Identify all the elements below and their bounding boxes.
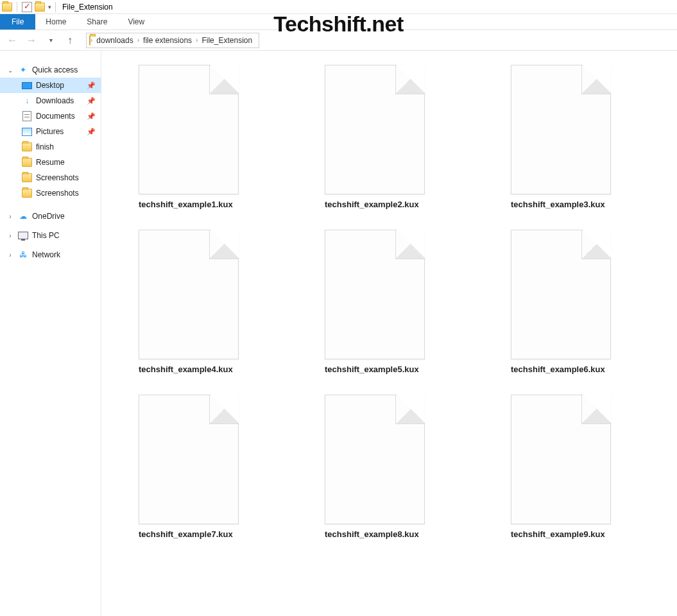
file-thumbnail: [139, 65, 239, 194]
address-bar[interactable]: › downloads › file extensions › File_Ext…: [86, 33, 259, 48]
file-item[interactable]: techshift_example3.kux: [511, 65, 639, 209]
folder-icon: [22, 173, 32, 183]
tab-view[interactable]: View: [117, 14, 155, 30]
file-name: techshift_example5.kux: [325, 364, 419, 374]
file-name: techshift_example4.kux: [139, 364, 233, 374]
navigation-pane: ✦ Quick access Desktop 📌 ↓ Downloads 📌 D…: [0, 51, 101, 616]
titlebar: ▾ File_Extension: [0, 0, 677, 14]
file-item[interactable]: techshift_example1.kux: [139, 65, 267, 209]
file-thumbnail: [325, 230, 425, 359]
file-thumbnail: [511, 230, 611, 359]
file-item[interactable]: techshift_example6.kux: [511, 230, 639, 374]
file-item[interactable]: techshift_example2.kux: [325, 65, 453, 209]
window-title: File_Extension: [62, 3, 113, 12]
network-icon: 🖧: [18, 250, 28, 260]
content-area[interactable]: techshift_example1.kuxtechshift_example2…: [101, 51, 677, 616]
tree-item-folder[interactable]: Resume: [0, 155, 101, 170]
pin-icon: 📌: [87, 112, 96, 121]
breadcrumb-item[interactable]: file extensions: [139, 36, 196, 45]
pin-icon: 📌: [87, 97, 96, 105]
tree-label: Desktop: [36, 81, 64, 90]
tree-network[interactable]: 🖧 Network: [0, 247, 101, 262]
tab-share[interactable]: Share: [76, 14, 117, 30]
tree-label: Screenshots: [36, 189, 79, 198]
document-icon: [22, 111, 31, 121]
tree-label: Quick access: [32, 65, 78, 74]
pin-icon: 📌: [87, 81, 96, 90]
back-button[interactable]: ←: [5, 33, 19, 47]
tree-label: This PC: [32, 231, 60, 240]
tree-label: Pictures: [36, 127, 64, 136]
folder-icon: [22, 142, 32, 152]
file-thumbnail: [511, 65, 611, 194]
tree-label: Downloads: [36, 96, 74, 105]
tree-label: Resume: [36, 158, 65, 167]
quick-access-toolbar: ▾: [1, 1, 58, 13]
folder-icon[interactable]: [34, 1, 46, 13]
file-name: techshift_example1.kux: [139, 200, 233, 209]
ribbon: File Home Share View Techshift.net: [0, 14, 677, 30]
file-item[interactable]: techshift_example7.kux: [139, 395, 267, 539]
download-icon: ↓: [22, 96, 32, 106]
tree-this-pc[interactable]: This PC: [0, 228, 101, 243]
up-button[interactable]: ↑: [63, 33, 77, 47]
tree-item-desktop[interactable]: Desktop 📌: [0, 78, 101, 93]
tree-item-pictures[interactable]: Pictures 📌: [0, 124, 101, 139]
file-name: techshift_example7.kux: [139, 529, 233, 539]
tree-item-downloads[interactable]: ↓ Downloads 📌: [0, 93, 101, 108]
breadcrumb-item[interactable]: downloads: [92, 36, 137, 45]
tree-label: Screenshots: [36, 173, 79, 182]
folder-icon: [22, 157, 32, 167]
file-thumbnail: [139, 395, 239, 524]
chevron-right-icon[interactable]: [6, 213, 14, 220]
separator: [55, 2, 56, 12]
desktop-icon: [22, 82, 32, 89]
file-item[interactable]: techshift_example9.kux: [511, 395, 639, 539]
file-name: techshift_example2.kux: [325, 200, 419, 209]
separator: [17, 2, 17, 12]
tree-item-folder[interactable]: finish: [0, 139, 101, 155]
folder-icon[interactable]: [1, 1, 13, 13]
navigation-bar: ← → ▾ ↑ › downloads › file extensions › …: [0, 30, 677, 51]
chevron-down-icon[interactable]: [6, 67, 14, 74]
tab-home[interactable]: Home: [35, 14, 76, 30]
tree-label: OneDrive: [32, 212, 65, 221]
file-item[interactable]: techshift_example5.kux: [325, 230, 453, 374]
pin-icon: 📌: [87, 128, 96, 136]
file-thumbnail: [325, 395, 425, 524]
star-icon: ✦: [18, 65, 28, 75]
file-item[interactable]: techshift_example4.kux: [139, 230, 267, 374]
tree-item-documents[interactable]: Documents 📌: [0, 108, 101, 124]
file-thumbnail: [511, 395, 611, 524]
tree-label: Network: [32, 250, 60, 259]
file-tab[interactable]: File: [0, 14, 35, 30]
file-name: techshift_example8.kux: [325, 529, 419, 539]
tree-item-folder[interactable]: Screenshots: [0, 185, 101, 201]
file-name: techshift_example6.kux: [511, 364, 605, 374]
tree-item-folder[interactable]: Screenshots: [0, 170, 101, 185]
pictures-icon: [22, 128, 32, 136]
file-grid: techshift_example1.kuxtechshift_example2…: [139, 65, 677, 539]
cloud-icon: ☁: [18, 211, 28, 221]
file-item[interactable]: techshift_example8.kux: [325, 395, 453, 539]
tree-label: Documents: [36, 112, 75, 121]
file-name: techshift_example3.kux: [511, 200, 605, 209]
body: ✦ Quick access Desktop 📌 ↓ Downloads 📌 D…: [0, 51, 677, 616]
file-name: techshift_example9.kux: [511, 529, 605, 539]
chevron-right-icon[interactable]: [6, 232, 14, 239]
tree-quick-access[interactable]: ✦ Quick access: [0, 62, 101, 78]
tree-label: finish: [36, 142, 54, 151]
chevron-right-icon[interactable]: [6, 252, 14, 259]
tree-onedrive[interactable]: ☁ OneDrive: [0, 209, 101, 224]
folder-icon: [22, 188, 32, 198]
recent-locations-button[interactable]: ▾: [44, 33, 58, 47]
pc-icon: [18, 232, 28, 239]
file-thumbnail: [139, 230, 239, 359]
properties-icon[interactable]: [21, 1, 33, 13]
forward-button[interactable]: →: [24, 33, 39, 47]
chevron-down-icon[interactable]: ▾: [48, 4, 51, 10]
folder-icon: [89, 36, 90, 45]
file-thumbnail: [325, 65, 425, 194]
breadcrumb-item[interactable]: File_Extension: [198, 36, 256, 45]
